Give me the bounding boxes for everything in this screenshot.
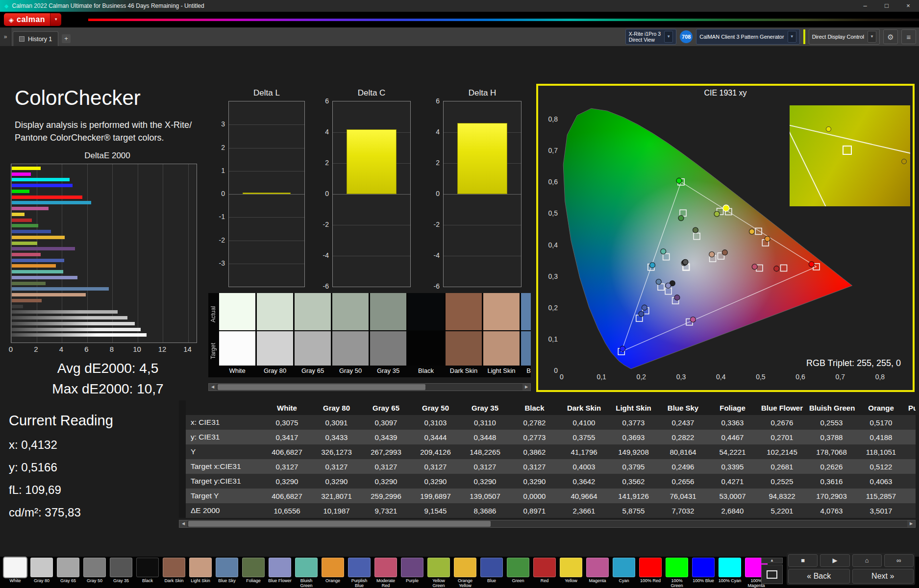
- toolbar-patch-yellow-green[interactable]: Yellow Green: [426, 558, 451, 588]
- patch-label: Black: [408, 366, 444, 376]
- logo-dropdown-arrow-icon[interactable]: ▼: [50, 13, 61, 26]
- toolbar-patch-100-red[interactable]: 100% Red: [638, 558, 663, 588]
- bar-100-red: [12, 196, 82, 199]
- display-control-dropdown[interactable]: Direct Display Control ▼: [809, 29, 880, 45]
- toolbar-patch-purple[interactable]: Purple: [400, 558, 424, 588]
- toolbar-patch-green[interactable]: Green: [506, 558, 530, 588]
- axis-tick-label: -3: [219, 259, 225, 267]
- tab-chart-icon: [19, 36, 25, 42]
- table-cell: 47,8: [906, 489, 916, 503]
- axis-tick-label: 0: [325, 190, 329, 197]
- patch-label: Dark Skin: [162, 578, 186, 588]
- toolbar-patch-purplish-blue[interactable]: Purplish Blue: [347, 558, 372, 588]
- minimize-button[interactable]: –: [854, 0, 876, 12]
- toolbar-patch-black[interactable]: Black: [135, 558, 160, 588]
- pattern-window-button[interactable]: [761, 564, 783, 584]
- toolbar-patch-gray-35[interactable]: Gray 35: [109, 558, 133, 588]
- axis-tick-label: 2: [221, 144, 225, 151]
- toolbar-patch-orange[interactable]: Orange: [321, 558, 345, 588]
- column-header: Gray 80: [312, 400, 361, 415]
- scroll-left-icon[interactable]: ◀: [209, 384, 217, 391]
- scroll-right-icon[interactable]: ▶: [907, 520, 915, 527]
- toolbar-patch-yellow[interactable]: Yellow: [559, 558, 583, 588]
- column-header: Gray 65: [361, 400, 411, 415]
- table-cell: 0,3127: [262, 459, 312, 474]
- transport-controls: ■▶⌂∞ « Back Next »: [787, 553, 915, 585]
- patch-label: Red: [532, 578, 557, 588]
- chevron-up-icon[interactable]: ▲: [761, 558, 783, 564]
- bar-gray-50: [12, 316, 127, 319]
- scroll-left-icon[interactable]: ◀: [179, 520, 187, 527]
- tab-history-1[interactable]: History 1: [13, 31, 58, 46]
- calman-menu-button[interactable]: ◈ calman ▼: [4, 13, 61, 26]
- meter-device-dropdown[interactable]: X-Rite i1Pro 3 Direct View ▼: [625, 29, 676, 45]
- toolbar-patch-100-blue[interactable]: 100% Blue: [691, 558, 716, 588]
- toolbar-patch-red[interactable]: Red: [532, 558, 557, 588]
- play-button[interactable]: ▶: [820, 554, 849, 567]
- scrollbar-thumb[interactable]: [188, 521, 491, 527]
- deltae-x-axis: 02468101214: [11, 345, 196, 354]
- toolbar-patch-moderate-red[interactable]: Moderate Red: [373, 558, 398, 588]
- calman-logo-icon: ◈: [9, 16, 14, 24]
- table-cell: 0,21: [906, 459, 916, 474]
- table-cell: 0,3103: [411, 415, 460, 430]
- back-button[interactable]: « Back: [788, 569, 850, 584]
- toolbar-patch-gray-80[interactable]: Gray 80: [29, 558, 54, 588]
- toolbar-patch-dark-skin[interactable]: Dark Skin: [162, 558, 186, 588]
- bar-orange: [12, 264, 56, 268]
- workflow-options-button[interactable]: ≡: [901, 29, 916, 44]
- scroll-right-icon[interactable]: ▶: [522, 384, 530, 391]
- home-button[interactable]: ⌂: [852, 554, 882, 567]
- sidebar-toggle-button[interactable]: »: [0, 27, 11, 46]
- bar-blue-flower: [12, 276, 77, 279]
- target-row-label: Target: [210, 334, 217, 368]
- axis-tick-label: 4: [436, 128, 440, 136]
- toolbar-patch-gray-50[interactable]: Gray 50: [82, 558, 107, 588]
- toolbar-patch-cyan[interactable]: Cyan: [612, 558, 636, 588]
- strip-row-labels: Actual Target: [208, 293, 219, 377]
- toolbar-patch-bluish-green[interactable]: Bluish Green: [294, 558, 319, 588]
- svg-text:0: 0: [560, 373, 564, 381]
- pattern-generator-dropdown[interactable]: CalMAN Client 3 Pattern Generator ▼: [696, 29, 799, 45]
- continuous-button[interactable]: ∞: [884, 554, 914, 567]
- table-cell: 0,3290: [510, 474, 559, 489]
- table-scrollbar[interactable]: ◀ ▶: [179, 520, 916, 528]
- scrollbar-thumb[interactable]: [218, 384, 425, 390]
- toolbar-patch-light-skin[interactable]: Light Skin: [188, 558, 213, 588]
- swatch-strip-scrollbar[interactable]: ◀ ▶: [208, 383, 531, 391]
- patch-label: Orange Yellow: [453, 578, 477, 588]
- toolbar-patch-magenta[interactable]: Magenta: [585, 558, 610, 588]
- patch-swatch: [480, 558, 503, 577]
- bar-green: [12, 224, 38, 227]
- stop-button[interactable]: ■: [788, 554, 818, 567]
- toolbar-patch-blue-sky[interactable]: Blue Sky: [215, 558, 239, 588]
- next-button[interactable]: Next »: [852, 569, 914, 584]
- svg-text:0,7: 0,7: [836, 373, 845, 381]
- toolbar-patch-orange-yellow[interactable]: Orange Yellow: [453, 558, 477, 588]
- toolbar-patch-100-cyan[interactable]: 100% Cyan: [718, 558, 742, 588]
- table-cell: 0,3091: [312, 415, 361, 430]
- add-tab-button[interactable]: +: [62, 34, 71, 43]
- table-cell: 2,6840: [708, 503, 757, 518]
- chevron-down-icon[interactable]: ▼: [868, 31, 876, 43]
- table-cell: 209,4126: [411, 444, 460, 459]
- meter-device-name: X-Rite i1Pro 3: [629, 31, 661, 37]
- strip-patch-gray-80: Gray 80: [257, 293, 293, 377]
- chevron-down-icon[interactable]: ▼: [664, 31, 673, 43]
- settings-gear-button[interactable]: ⚙: [883, 29, 898, 44]
- toolbar-patch-foliage[interactable]: Foliage: [241, 558, 266, 588]
- toolbar-patch-blue[interactable]: Blue: [479, 558, 504, 588]
- toolbar-patch-white[interactable]: White: [3, 558, 27, 588]
- table-cell: 0,2626: [807, 459, 856, 474]
- chevron-down-icon[interactable]: ▼: [788, 31, 796, 43]
- table-cell: 0,3290: [361, 474, 411, 489]
- toolbar-patch-gray-65[interactable]: Gray 65: [56, 558, 80, 588]
- maximize-button[interactable]: □: [876, 0, 897, 12]
- svg-text:0,4: 0,4: [548, 241, 558, 249]
- toolbar-patch-blue-flower[interactable]: Blue Flower: [268, 558, 292, 588]
- close-button[interactable]: ×: [897, 0, 919, 12]
- delta-l-title: Delta L: [228, 88, 305, 98]
- column-header: Dark Skin: [559, 400, 609, 415]
- table-cell: 0,5170: [856, 415, 906, 430]
- toolbar-patch-100-green[interactable]: 100% Green: [665, 558, 689, 588]
